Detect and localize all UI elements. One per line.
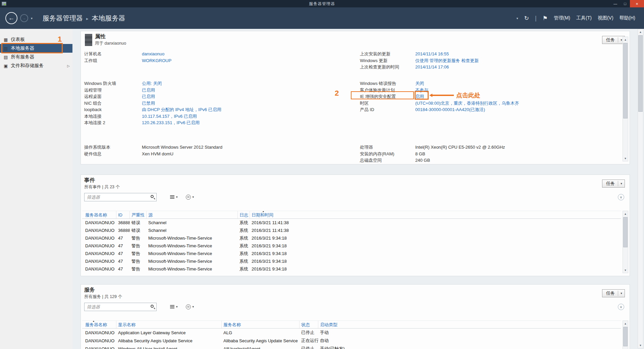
property-value-link[interactable]: 已启用 bbox=[142, 87, 155, 94]
property-row: Windows 防火墙公用: 关闭 bbox=[84, 80, 357, 87]
notifications-dropdown[interactable]: ▾ bbox=[517, 16, 518, 20]
history-dropdown[interactable]: ▾ bbox=[31, 16, 33, 20]
events-saved-query-button[interactable]: ▾ bbox=[184, 193, 196, 201]
property-value-link[interactable]: 不参与 bbox=[415, 87, 428, 94]
close-button[interactable]: × bbox=[630, 0, 644, 7]
column-header-sorted[interactable]: ▴服务器名称 bbox=[84, 321, 116, 328]
cell: 错误 bbox=[130, 228, 147, 234]
events-scrollbar: ▲ ▼ bbox=[623, 211, 628, 273]
chevron-down-icon: ▾ bbox=[618, 182, 625, 185]
column-header[interactable]: 源 bbox=[147, 211, 238, 218]
sidebar-item-file-storage-services[interactable]: ▣ 文件和存储服务 ▷ bbox=[0, 61, 72, 70]
events-query-list-button[interactable]: ▾ bbox=[168, 193, 180, 201]
column-header[interactable]: ID bbox=[116, 211, 130, 218]
property-row: loopback由 DHCP 分配的 IPv4 地址，IPv6 已启用 bbox=[84, 106, 357, 113]
property-value-link[interactable]: 已禁用 bbox=[142, 100, 155, 107]
services-collapse-chevron[interactable]: ∨ bbox=[618, 304, 624, 310]
property-value-link[interactable]: 已启用 bbox=[142, 93, 155, 100]
property-value-link[interactable]: 关闭 bbox=[415, 80, 424, 87]
event-row[interactable]: DANXIAONUO47警告Microsoft-Windows-Time-Ser… bbox=[82, 250, 621, 257]
scrollbar-thumb[interactable] bbox=[623, 43, 628, 118]
service-row[interactable]: DANXIAONUOWindows All-User Install Agent… bbox=[82, 345, 621, 349]
sort-icon: ▴ bbox=[263, 211, 264, 213]
scroll-up-icon[interactable]: ▲ bbox=[623, 211, 628, 216]
dashboard-icon: ▦ bbox=[4, 38, 8, 42]
event-row[interactable]: DANXIAONUO36888错误Schannel系统2016/3/21 11:… bbox=[82, 227, 621, 234]
ie-enhanced-security-value-link[interactable]: 启用 bbox=[415, 93, 424, 100]
property-value-link[interactable]: (UTC+08:00)北京，重庆，香港特别行政区，乌鲁木齐 bbox=[415, 100, 519, 107]
scrollbar-thumb[interactable] bbox=[623, 217, 628, 247]
column-header[interactable]: 启动类型 bbox=[318, 321, 621, 328]
service-row[interactable]: DANXIAONUOApplication Layer Gateway Serv… bbox=[82, 329, 621, 337]
event-row[interactable]: DANXIAONUO47警告Microsoft-Windows-Time-Ser… bbox=[82, 257, 621, 265]
event-row[interactable]: DANXIAONUO47警告Microsoft-Windows-Time-Ser… bbox=[82, 242, 621, 250]
property-value-link[interactable]: 120.26.233.151，IPv6 已启用 bbox=[142, 119, 200, 126]
property-value-link[interactable]: 公用: 关闭 bbox=[142, 80, 162, 87]
forward-button[interactable]: → bbox=[20, 14, 28, 22]
services-table: ▴服务器名称 显示名称 服务名称 状态 启动类型 DANXIAONUOAppli… bbox=[82, 320, 621, 349]
sidebar-item-dashboard[interactable]: ▦ 仪表板 bbox=[0, 35, 72, 44]
cell: 手动(已触发) bbox=[318, 346, 621, 349]
scrollbar-thumb[interactable] bbox=[638, 35, 643, 112]
property-value: Microsoft Windows Server 2012 Standard bbox=[142, 144, 222, 151]
services-filter-input[interactable] bbox=[84, 303, 157, 311]
menu-help[interactable]: 帮助(H) bbox=[620, 15, 635, 21]
column-header-sorted[interactable]: ▴日期和时间 bbox=[250, 211, 621, 218]
services-query-list-button[interactable]: ▾ bbox=[168, 303, 180, 311]
property-value-link[interactable]: 10.117.54.157，IPv6 已启用 bbox=[142, 113, 197, 120]
column-header[interactable]: 严重性 bbox=[130, 211, 147, 218]
scroll-up-icon[interactable]: ▲ bbox=[623, 321, 628, 326]
filter-field bbox=[84, 303, 157, 311]
column-header[interactable]: 日志 bbox=[238, 211, 250, 218]
scroll-down-icon[interactable]: ▼ bbox=[638, 343, 643, 348]
notifications-flag-button[interactable]: ⚑ bbox=[543, 15, 548, 22]
scroll-up-icon[interactable]: ▲ bbox=[623, 37, 628, 42]
event-row[interactable]: DANXIAONUO47警告Microsoft-Windows-Time-Ser… bbox=[82, 265, 621, 273]
property-value-link[interactable]: 由 DHCP 分配的 IPv4 地址，IPv6 已启用 bbox=[142, 106, 221, 113]
maximize-button[interactable]: □ bbox=[620, 0, 630, 7]
scroll-down-icon[interactable]: ▼ bbox=[623, 156, 628, 161]
property-value-link[interactable]: 00184-30000-00001-AA420(已激活) bbox=[415, 106, 485, 113]
events-tasks-button[interactable]: 任务 ▾ bbox=[602, 180, 625, 188]
column-header[interactable]: 状态 bbox=[300, 321, 318, 328]
tasks-label: 任务 bbox=[606, 181, 615, 187]
minimize-button[interactable]: — bbox=[610, 0, 620, 7]
scroll-up-icon[interactable]: ▲ bbox=[638, 29, 643, 35]
services-tasks-button[interactable]: 任务 ▾ bbox=[602, 289, 625, 297]
column-header[interactable]: 服务器名称 bbox=[84, 211, 116, 218]
cell: DANXIAONUO bbox=[84, 259, 116, 264]
breadcrumb-root[interactable]: 服务器管理器 bbox=[43, 14, 83, 23]
property-value-link[interactable]: WORKGROUP bbox=[142, 57, 171, 64]
menu-tools[interactable]: 工具(T) bbox=[576, 15, 592, 21]
back-button[interactable]: ← bbox=[5, 12, 17, 24]
properties-tasks-button[interactable]: 任务 ▾ bbox=[602, 36, 625, 44]
service-row[interactable]: DANXIAONUOAlibaba Security Aegis Update … bbox=[82, 337, 621, 345]
tasks-label: 任务 bbox=[606, 290, 615, 296]
property-label: 操作系统版本 bbox=[84, 144, 142, 151]
events-filter-input[interactable] bbox=[84, 193, 157, 201]
cell: 系统 bbox=[238, 243, 250, 249]
sidebar-item-all-servers[interactable]: ▤ 所有服务器 bbox=[0, 53, 72, 61]
events-panel: 事件 所有事件 | 共 23 个 任务 ▾ ▾ ▾ bbox=[80, 174, 630, 276]
event-row[interactable]: DANXIAONUO47警告Microsoft-Windows-Time-Ser… bbox=[82, 234, 621, 242]
cell: 警告 bbox=[130, 251, 147, 257]
property-value-link[interactable]: 2014/11/14 17:06 bbox=[415, 64, 449, 70]
events-collapse-chevron[interactable]: ∨ bbox=[618, 194, 624, 200]
scrollbar-thumb[interactable] bbox=[623, 327, 628, 346]
services-saved-query-button[interactable]: ▾ bbox=[184, 303, 196, 311]
menu-manage[interactable]: 管理(M) bbox=[554, 15, 570, 21]
scroll-down-icon[interactable]: ▼ bbox=[623, 267, 628, 273]
column-header[interactable]: 服务名称 bbox=[222, 321, 300, 328]
menu-view[interactable]: 视图(V) bbox=[598, 15, 613, 21]
property-row: 时区(UTC+08:00)北京，重庆，香港特别行政区，乌鲁木齐 bbox=[360, 100, 626, 107]
cell: DANXIAONUO bbox=[84, 236, 116, 241]
property-value-link[interactable]: 仅使用 管理的更新服务 检查更新 bbox=[415, 57, 479, 64]
property-value-link[interactable]: 2014/11/14 16:55 bbox=[415, 51, 449, 57]
event-row[interactable]: DANXIAONUO36888错误Schannel系统2016/3/21 11:… bbox=[82, 219, 621, 227]
expand-right-icon[interactable]: ▷ bbox=[67, 64, 70, 68]
property-value-link[interactable]: danxiaonuo bbox=[142, 51, 164, 57]
property-row: 上次检查更新的时间2014/11/14 17:06 bbox=[360, 64, 626, 70]
refresh-button[interactable]: ↻ bbox=[524, 15, 529, 22]
column-header[interactable]: 显示名称 bbox=[116, 321, 222, 328]
sidebar-item-local-server[interactable]: ▥ 本地服务器 bbox=[0, 44, 72, 53]
